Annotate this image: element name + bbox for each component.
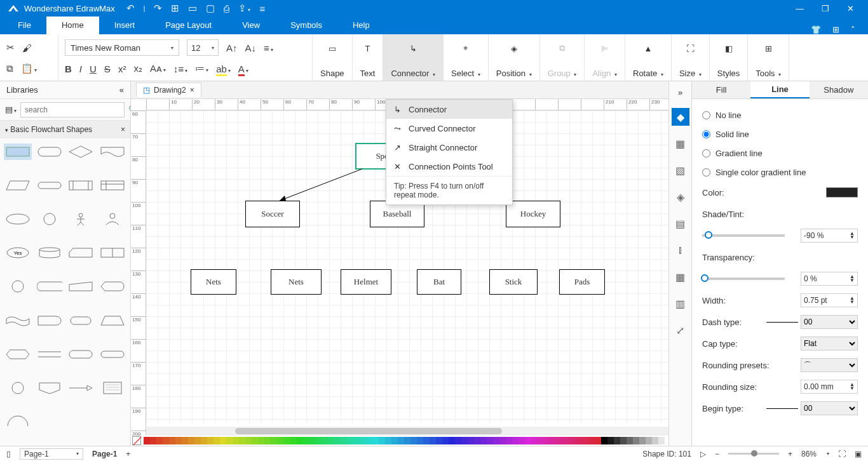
radio-gradient-line[interactable]: Gradient line xyxy=(702,144,858,163)
shape-hexagon[interactable] xyxy=(4,346,32,363)
shape-decision[interactable] xyxy=(67,144,95,160)
add-page-icon[interactable]: + xyxy=(126,450,130,458)
maximize-icon[interactable]: ❐ xyxy=(822,4,829,13)
case-icon[interactable]: Aᴀ▾ xyxy=(150,63,166,74)
shape-note[interactable] xyxy=(98,380,126,396)
tab-line[interactable]: Line xyxy=(750,81,809,98)
shape-parallel[interactable] xyxy=(36,346,64,363)
color-palette-strip[interactable] xyxy=(131,436,668,446)
shape-actor[interactable] xyxy=(67,211,95,227)
close-category-icon[interactable]: × xyxy=(121,125,125,134)
export-icon[interactable]: ⇪▾ xyxy=(238,3,250,14)
node-stick[interactable]: Stick xyxy=(489,269,538,295)
color-swatch[interactable] xyxy=(826,187,858,197)
rail-chart-icon[interactable]: ⫿ xyxy=(672,241,689,259)
node-nets1[interactable]: Nets xyxy=(191,269,236,295)
menu-connection-points[interactable]: ✕Connection Points Tool xyxy=(386,157,512,176)
rail-page-icon[interactable]: ▤ xyxy=(672,215,689,232)
shape-tool[interactable]: ▭ Shape xyxy=(313,34,353,81)
page-tab[interactable]: Page-1 xyxy=(92,450,117,458)
shape-rounded2[interactable] xyxy=(67,346,95,363)
collapse-libraries-icon[interactable]: « xyxy=(119,85,124,95)
radio-single-gradient-line[interactable]: Single color gradient line xyxy=(702,163,858,182)
align-text-icon[interactable]: ≡▾ xyxy=(264,43,273,53)
format-painter-icon[interactable]: 🖌 xyxy=(22,43,32,53)
select-tool[interactable]: ⌖ Select ▾ xyxy=(444,34,489,81)
styles-tool[interactable]: ◧ Styles xyxy=(710,34,748,81)
collapse-ribbon-icon[interactable]: ˄ xyxy=(851,25,855,34)
tab-insert[interactable]: Insert xyxy=(99,17,151,34)
tab-help[interactable]: Help xyxy=(337,17,385,34)
tools-tool[interactable]: ⊞ Tools ▾ xyxy=(748,34,789,81)
position-tool[interactable]: ◈ Position ▾ xyxy=(489,34,540,81)
shape-person[interactable] xyxy=(98,211,126,227)
outline-icon[interactable]: ▯ xyxy=(6,450,11,458)
new-icon[interactable]: ⊞ xyxy=(171,3,179,14)
zoom-slider[interactable] xyxy=(728,453,779,455)
shape-trapezoid[interactable] xyxy=(98,312,126,329)
tab-shadow[interactable]: Shadow xyxy=(810,81,868,98)
increase-font-icon[interactable]: A↑ xyxy=(226,43,238,53)
node-soccer[interactable]: Soccer xyxy=(245,201,300,227)
node-hockey[interactable]: Hockey xyxy=(506,201,560,227)
fit-width-icon[interactable]: ▣ xyxy=(855,450,862,458)
shape-predefined[interactable] xyxy=(67,177,95,194)
menu-straight-connector[interactable]: ↗Straight Connector xyxy=(386,138,512,157)
highlight-icon[interactable]: ab▾ xyxy=(216,63,231,74)
open-icon[interactable]: ▭ xyxy=(188,3,197,14)
node-bat[interactable]: Bat xyxy=(417,269,461,295)
group-tool[interactable]: ⧉ Group ▾ xyxy=(540,34,585,81)
shape-rounded[interactable] xyxy=(36,144,64,160)
shape-delay[interactable] xyxy=(36,312,64,329)
rotate-tool[interactable]: ▲ Rotate ▾ xyxy=(625,34,672,81)
transparency-slider[interactable] xyxy=(702,277,785,280)
tab-fill[interactable]: Fill xyxy=(692,81,750,98)
radio-no-line[interactable]: No line xyxy=(702,105,858,124)
begin-select[interactable]: 00 xyxy=(801,401,858,415)
shape-arrow[interactable] xyxy=(67,380,95,396)
shape-ellipse[interactable] xyxy=(4,211,32,227)
shade-value[interactable]: -90 %▲▼ xyxy=(801,229,858,243)
rail-expand-icon[interactable]: ⤢ xyxy=(672,321,689,339)
align-tool[interactable]: ⊫ Align ▾ xyxy=(585,34,625,81)
shape-split[interactable] xyxy=(98,244,126,261)
rail-grid-icon[interactable]: ▦ xyxy=(672,135,689,152)
paste-icon[interactable]: 📋▾ xyxy=(21,63,37,74)
bold-icon[interactable]: B xyxy=(65,63,72,74)
horizontal-scrollbar[interactable] xyxy=(146,427,668,436)
shape-yes[interactable]: Yes xyxy=(4,244,32,261)
menu-curved-connector[interactable]: ⤳Curved Connector xyxy=(386,119,512,138)
shape-display[interactable] xyxy=(98,278,126,295)
width-value[interactable]: 0.75 pt▲▼ xyxy=(801,293,858,307)
copy-icon[interactable]: ⧉ xyxy=(6,63,13,74)
shape-manual-input[interactable] xyxy=(67,278,95,295)
rail-fill-icon[interactable]: ◆ xyxy=(672,108,689,126)
zoom-in-icon[interactable]: + xyxy=(788,450,792,458)
spacing-icon[interactable]: ↕≡▾ xyxy=(173,63,187,74)
fit-page-icon[interactable]: ⛶ xyxy=(838,450,846,458)
rail-edit-icon[interactable]: ▥ xyxy=(672,295,689,312)
close-icon[interactable]: ✕ xyxy=(847,4,854,13)
library-menu-icon[interactable]: ▤▾ xyxy=(5,105,17,114)
tab-home[interactable]: Home xyxy=(46,17,99,34)
library-category[interactable]: ▾ Basic Flowchart Shapes × xyxy=(0,121,130,138)
search-input[interactable] xyxy=(20,102,125,117)
font-color-icon[interactable]: A▾ xyxy=(238,63,248,74)
shape-document[interactable] xyxy=(98,144,126,160)
shape-circle2[interactable] xyxy=(4,380,32,396)
bullets-icon[interactable]: ≔▾ xyxy=(195,63,208,74)
page-selector[interactable]: Page-1▾ xyxy=(20,448,83,460)
cut-icon[interactable]: ✂ xyxy=(6,42,15,53)
shape-offpage[interactable] xyxy=(36,380,64,396)
shape-tape[interactable] xyxy=(4,312,32,329)
doc-tab[interactable]: ◳ Drawing2 × xyxy=(136,83,201,97)
shape-card[interactable] xyxy=(67,244,95,261)
minimize-icon[interactable]: — xyxy=(796,4,804,13)
superscript-icon[interactable]: x² xyxy=(118,63,126,74)
close-doc-icon[interactable]: × xyxy=(190,86,194,95)
text-tool[interactable]: T Text xyxy=(353,34,384,81)
save-icon[interactable]: ▢ xyxy=(206,3,215,14)
node-pads[interactable]: Pads xyxy=(559,269,605,295)
print-icon[interactable]: ⎙ xyxy=(224,3,229,14)
shape-pill[interactable] xyxy=(98,346,126,363)
